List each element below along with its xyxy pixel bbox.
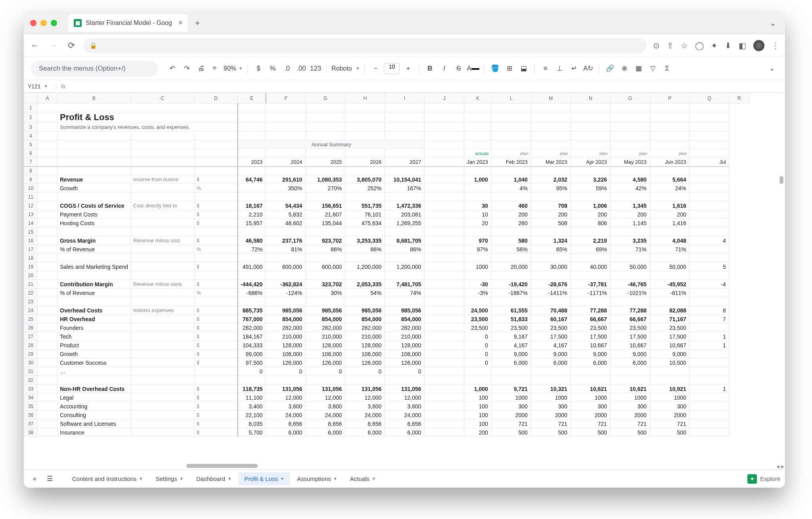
formula-bar: Y121▼ fx [24,80,785,93]
borders-button[interactable]: ⊞ [504,62,515,75]
more-formats-button[interactable]: 123 [310,62,322,75]
bold-button[interactable]: B [424,62,436,75]
undo-button[interactable]: ↶ [167,62,178,75]
browser-actions: ⊙ ⇧ ☆ ◯ ✦ ⬇ ◧ ⋮ [653,40,779,51]
merge-cells-button[interactable]: ⬓ [518,62,530,75]
increase-decimal-button[interactable]: .00 [295,62,307,75]
percent-button[interactable]: % [267,62,279,75]
fill-color-button[interactable]: 🪣 [489,62,501,75]
all-sheets-button[interactable]: ☰ [44,472,56,486]
minimize-window-button[interactable] [40,20,47,26]
vertical-scrollbar[interactable] [779,105,784,462]
explore-icon: ✦ [747,474,757,484]
close-window-button[interactable] [30,20,36,26]
more-menu-icon[interactable]: ⋮ [772,41,779,50]
sheet-tab-profit-loss[interactable]: Profit & Loss ▼ [239,472,290,485]
font-dropdown[interactable]: Roboto▼ [331,65,360,72]
share-icon[interactable]: ⇧ [667,41,674,50]
sidepanel-icon[interactable]: ◧ [739,41,746,50]
strikethrough-button[interactable]: S [452,62,464,75]
fx-icon: fx [56,83,70,90]
font-size-input[interactable]: 10 [384,63,400,74]
paint-format-button[interactable]: ᯤ [209,62,221,75]
download-icon[interactable]: ⬇ [725,41,732,50]
extensions-icon[interactable]: ✦ [711,41,718,50]
close-tab-button[interactable]: × [178,19,183,27]
spreadsheet-grid[interactable]: ABCDEFGHIJKLMNOPQR12Profit & Loss3Summar… [24,93,785,469]
reload-button[interactable]: ⟳ [66,40,77,51]
text-rotation-button[interactable]: A↻ [582,62,594,75]
insert-chart-button[interactable]: ▦ [633,62,645,75]
forward-button[interactable]: → [48,40,59,51]
zoom-dropdown[interactable]: 90%▼ [224,65,243,72]
address-bar[interactable]: 🔒 [83,38,647,53]
sheet-tab-settings[interactable]: Settings ▼ [150,472,189,485]
sheet-tab-actuals[interactable]: Actuals ▼ [345,472,381,485]
new-tab-button[interactable]: ＋ [193,17,201,28]
name-box[interactable]: Y121▼ [24,83,56,90]
explore-button[interactable]: ✦ Explore [747,474,780,484]
search-icon[interactable]: ⊙ [653,41,660,50]
sheet-tab-dashboard[interactable]: Dashboard ▼ [191,472,237,485]
browser-tab[interactable]: ▦ Starter Financial Model - Goog × [68,14,188,32]
scroll-arrows[interactable]: ◀▶ [776,464,784,469]
profile-avatar[interactable] [753,40,764,51]
window-controls [30,20,57,26]
redo-button[interactable]: ↷ [181,62,193,75]
sheets-favicon-icon: ▦ [74,19,82,27]
search-menus-placeholder: Search the menus (Option+/) [39,65,126,73]
nav-buttons: ← → ⟳ [29,40,77,51]
insert-link-button[interactable]: 🔗 [604,62,616,75]
text-color-button[interactable]: A [467,62,479,75]
lock-icon: 🔒 [90,42,97,49]
expand-toolbar-button[interactable]: ⌄ [766,62,778,75]
maximize-window-button[interactable] [51,20,57,26]
create-filter-button[interactable]: ▽ [647,62,659,75]
add-sheet-button[interactable]: ＋ [29,472,40,486]
currency-button[interactable]: $ [253,62,264,75]
tab-title: Starter Financial Model - Goog [86,19,172,27]
decrease-font-button[interactable]: − [370,62,381,75]
italic-button[interactable]: I [438,62,450,75]
functions-button[interactable]: Σ [661,62,673,75]
sheet-tabs-bar: ＋ ☰ Content and Instructions ▼Settings ▼… [24,469,785,488]
sheet-tab-content-and-instructions[interactable]: Content and Instructions ▼ [67,472,149,485]
tab-list-dropdown[interactable]: ⌄ [767,17,779,29]
insert-comment-button[interactable]: ⊕ [619,62,630,75]
horizontal-scrollbar[interactable] [186,464,777,469]
horizontal-align-button[interactable]: ≡ [540,62,552,75]
sheets-toolbar: Search the menus (Option+/) ↶ ↷ 🖨 ᯤ 90%▼… [24,57,785,80]
search-menus-input[interactable]: Search the menus (Option+/) [31,61,158,77]
decrease-decimal-button[interactable]: .0 [281,62,293,75]
sheet-tab-assumptions[interactable]: Assumptions ▼ [291,472,343,485]
account-icon[interactable]: ◯ [695,41,704,50]
vertical-align-button[interactable]: ⊥ [554,62,566,75]
browser-tab-bar: ▦ Starter Financial Model - Goog × ＋ ⌄ [24,12,785,34]
back-button[interactable]: ← [29,40,40,51]
text-wrap-button[interactable]: ↵ [568,62,580,75]
bookmark-icon[interactable]: ☆ [681,41,688,50]
print-button[interactable]: 🖨 [195,62,207,75]
increase-font-button[interactable]: + [402,62,414,75]
browser-url-bar: ← → ⟳ 🔒 ⊙ ⇧ ☆ ◯ ✦ ⬇ ◧ ⋮ [24,34,785,57]
